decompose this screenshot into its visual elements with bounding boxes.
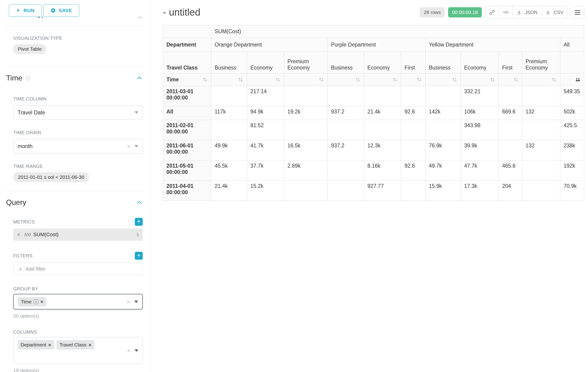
embed-code-button[interactable]: </> bbox=[499, 6, 513, 19]
plus-circle-icon bbox=[51, 8, 56, 13]
pivot-corner-cell bbox=[163, 25, 211, 38]
save-button[interactable]: SAVE bbox=[43, 4, 79, 17]
pivot-cell bbox=[499, 86, 522, 106]
time-column-value: Travel Date bbox=[18, 109, 135, 116]
clear-icon[interactable]: × bbox=[127, 299, 130, 305]
remove-icon[interactable]: × bbox=[48, 342, 51, 347]
sort-toggle[interactable] bbox=[461, 74, 499, 86]
pivot-class-header: Premium Economy bbox=[284, 52, 327, 74]
download-icon bbox=[546, 10, 550, 15]
save-button-label: SAVE bbox=[59, 8, 72, 13]
caret-down-icon bbox=[134, 301, 138, 303]
sort-toggle[interactable] bbox=[522, 74, 560, 86]
pivot-cell: 132 bbox=[522, 106, 560, 120]
sort-icon bbox=[275, 77, 281, 83]
time-range-value[interactable]: 2011-01-01 ≤ col < 2011-06-30 bbox=[13, 172, 89, 182]
add-filter-plus-button[interactable]: + bbox=[135, 252, 143, 260]
pivot-cell: 19.2k bbox=[284, 106, 327, 120]
sort-toggle[interactable] bbox=[560, 74, 584, 86]
pivot-cell bbox=[328, 160, 364, 181]
pivot-cell: 204 bbox=[499, 181, 522, 201]
pivot-cell: 669.6 bbox=[499, 106, 522, 120]
group-by-pill[interactable]: Timei× bbox=[18, 297, 46, 307]
metric-pill[interactable]: × ƒ(x) SUM(Cost) › bbox=[13, 229, 143, 241]
pill-label: Travel Class bbox=[60, 342, 86, 348]
table-row: 2011-05-01 00:00:0045.5k37.7k2.69k8.16k9… bbox=[163, 160, 584, 181]
pivot-cell: 465.6 bbox=[499, 160, 522, 181]
pivot-cell: 425.5 bbox=[560, 120, 584, 140]
sort-toggle[interactable] bbox=[328, 74, 364, 86]
sort-icon bbox=[355, 77, 361, 83]
time-column-select[interactable]: Travel Date bbox=[13, 105, 143, 120]
sort-toggle[interactable] bbox=[364, 74, 401, 86]
clear-icon[interactable]: × bbox=[127, 143, 130, 149]
expand-caret-icon[interactable]: › bbox=[136, 230, 139, 239]
pivot-cell bbox=[211, 86, 247, 106]
pivot-cell bbox=[401, 120, 426, 140]
query-section-header[interactable]: Query bbox=[0, 198, 150, 207]
hamburger-icon bbox=[575, 12, 580, 13]
pivot-cell: 49.9k bbox=[211, 140, 247, 160]
copy-link-button[interactable] bbox=[485, 6, 499, 19]
pivot-class-header bbox=[560, 52, 584, 74]
sort-toggle[interactable] bbox=[247, 74, 284, 86]
pivot-cell bbox=[364, 86, 401, 106]
sort-toggle[interactable] bbox=[284, 74, 327, 86]
control-panel: RUN SAVE Chart Type VISUALIZATION TYPE P… bbox=[0, 0, 151, 372]
pivot-cell bbox=[284, 181, 327, 201]
menu-button[interactable] bbox=[571, 6, 584, 19]
pivot-class-header: Business bbox=[426, 52, 461, 74]
chevron-up-icon[interactable] bbox=[136, 199, 143, 206]
plus-icon: + bbox=[19, 266, 22, 272]
pivot-class-header: Business bbox=[328, 52, 364, 74]
time-section-header[interactable]: Time i bbox=[0, 74, 150, 82]
pivot-cell bbox=[401, 140, 426, 160]
remove-icon[interactable]: × bbox=[89, 342, 91, 347]
run-button[interactable]: RUN bbox=[9, 4, 42, 17]
remove-icon[interactable]: × bbox=[41, 299, 43, 304]
time-grain-select[interactable]: month × bbox=[13, 139, 143, 153]
download-csv-button[interactable]: .CSV bbox=[541, 6, 567, 19]
pivot-cell: 21.4k bbox=[364, 106, 401, 120]
pivot-cell bbox=[522, 86, 560, 106]
sort-icon bbox=[489, 77, 495, 83]
pivot-cell: 21.4k bbox=[211, 181, 247, 201]
pivot-row-dimension-sort[interactable]: Time bbox=[163, 74, 211, 86]
pivot-group-header: Purple Department bbox=[328, 38, 426, 52]
pivot-cell: 192k bbox=[560, 160, 584, 181]
group-by-select[interactable]: Timei× × bbox=[13, 294, 143, 309]
pivot-cell bbox=[284, 120, 327, 140]
add-metric-button[interactable]: + bbox=[135, 218, 143, 226]
action-bar: RUN SAVE bbox=[0, 0, 150, 17]
sort-toggle[interactable] bbox=[426, 74, 461, 86]
pivot-row-header: 2011-05-01 00:00:00 bbox=[163, 160, 211, 181]
pivot-cell bbox=[364, 120, 401, 140]
clear-icon[interactable]: × bbox=[127, 348, 130, 354]
code-icon: </> bbox=[503, 10, 508, 15]
pivot-row-header: 2011-06-01 00:00:00 bbox=[163, 140, 211, 160]
visualization-type-value[interactable]: Pivot Table bbox=[13, 44, 46, 54]
pivot-cell: 132 bbox=[522, 140, 560, 160]
sort-icon bbox=[202, 77, 208, 83]
pivot-cell: 2.69k bbox=[284, 160, 327, 181]
chevron-up-icon[interactable] bbox=[136, 75, 143, 81]
pivot-cell: 49.7k bbox=[426, 160, 461, 181]
add-filter-button[interactable]: + Add filter bbox=[13, 263, 143, 276]
result-toolbar: 26 rows 00:00:00.18 </> .JSON . bbox=[420, 6, 584, 19]
pivot-cell: 94.9k bbox=[247, 106, 284, 120]
pivot-class-header: Economy bbox=[364, 52, 401, 74]
pill-label: Department bbox=[21, 342, 46, 348]
columns-pill[interactable]: Travel Class× bbox=[56, 340, 94, 350]
remove-metric-icon[interactable]: × bbox=[17, 232, 21, 238]
query-section-title: Query bbox=[6, 198, 26, 207]
columns-select[interactable]: Department×Travel Class× × bbox=[13, 337, 143, 364]
sort-desc-icon bbox=[575, 77, 581, 83]
link-icon bbox=[489, 10, 495, 15]
sort-toggle[interactable] bbox=[401, 74, 426, 86]
sort-toggle[interactable] bbox=[499, 74, 522, 86]
columns-pill[interactable]: Department× bbox=[18, 340, 54, 350]
pivot-class-header: First bbox=[401, 52, 426, 74]
download-json-button[interactable]: .JSON bbox=[513, 6, 542, 19]
download-json-label: .JSON bbox=[524, 10, 537, 15]
sort-toggle[interactable] bbox=[211, 74, 247, 86]
